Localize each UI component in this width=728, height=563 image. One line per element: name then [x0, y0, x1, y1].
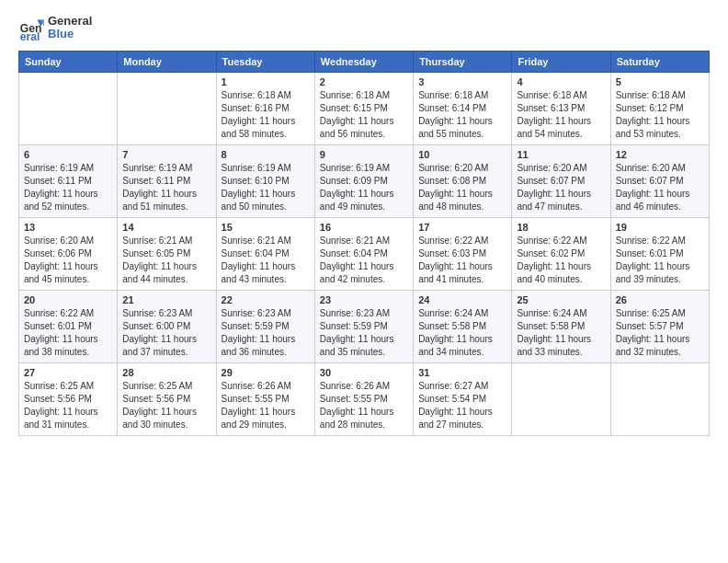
- day-number: 21: [122, 294, 210, 305]
- calendar-cell: 13Sunrise: 6:20 AM Sunset: 6:06 PM Dayli…: [19, 217, 118, 290]
- day-info: Sunrise: 6:20 AM Sunset: 6:07 PM Dayligh…: [616, 162, 704, 213]
- weekday-header-saturday: Saturday: [610, 51, 709, 72]
- calendar-cell: 3Sunrise: 6:18 AM Sunset: 6:14 PM Daylig…: [414, 72, 512, 144]
- day-info: Sunrise: 6:25 AM Sunset: 5:56 PM Dayligh…: [24, 380, 112, 431]
- day-number: 14: [122, 222, 210, 233]
- weekday-header-sunday: Sunday: [19, 51, 118, 72]
- day-number: 11: [517, 149, 605, 160]
- day-number: 23: [320, 294, 408, 305]
- calendar-cell: 6Sunrise: 6:19 AM Sunset: 6:11 PM Daylig…: [19, 144, 118, 217]
- day-number: 17: [418, 222, 506, 233]
- day-info: Sunrise: 6:26 AM Sunset: 5:55 PM Dayligh…: [222, 380, 310, 431]
- day-number: 19: [616, 222, 704, 233]
- day-number: 3: [418, 76, 506, 87]
- calendar-week-0: 1Sunrise: 6:18 AM Sunset: 6:16 PM Daylig…: [19, 72, 710, 144]
- day-info: Sunrise: 6:27 AM Sunset: 5:54 PM Dayligh…: [418, 380, 506, 431]
- calendar-cell: 14Sunrise: 6:21 AM Sunset: 6:05 PM Dayli…: [118, 217, 216, 290]
- weekday-header-monday: Monday: [118, 51, 216, 72]
- day-info: Sunrise: 6:18 AM Sunset: 6:15 PM Dayligh…: [320, 89, 408, 141]
- day-number: 4: [517, 76, 605, 87]
- day-number: 18: [517, 222, 605, 233]
- day-info: Sunrise: 6:20 AM Sunset: 6:06 PM Dayligh…: [24, 235, 112, 286]
- day-info: Sunrise: 6:24 AM Sunset: 5:58 PM Dayligh…: [418, 307, 506, 359]
- svg-text:eral: eral: [20, 30, 40, 40]
- day-number: 16: [320, 222, 408, 233]
- day-info: Sunrise: 6:25 AM Sunset: 5:56 PM Dayligh…: [122, 380, 210, 431]
- logo-general-text: General: [48, 15, 92, 28]
- calendar-cell: 31Sunrise: 6:27 AM Sunset: 5:54 PM Dayli…: [414, 362, 512, 435]
- calendar-cell: 24Sunrise: 6:24 AM Sunset: 5:58 PM Dayli…: [414, 290, 512, 362]
- day-info: Sunrise: 6:18 AM Sunset: 6:14 PM Dayligh…: [418, 89, 506, 141]
- day-info: Sunrise: 6:26 AM Sunset: 5:55 PM Dayligh…: [320, 380, 408, 431]
- calendar-cell: 21Sunrise: 6:23 AM Sunset: 6:00 PM Dayli…: [118, 290, 216, 362]
- day-number: 24: [418, 294, 506, 305]
- day-number: 7: [122, 149, 210, 160]
- calendar-cell: 4Sunrise: 6:18 AM Sunset: 6:13 PM Daylig…: [512, 72, 610, 144]
- weekday-row: SundayMondayTuesdayWednesdayThursdayFrid…: [19, 51, 710, 72]
- calendar-cell: 29Sunrise: 6:26 AM Sunset: 5:55 PM Dayli…: [216, 362, 314, 435]
- calendar-week-4: 27Sunrise: 6:25 AM Sunset: 5:56 PM Dayli…: [19, 362, 710, 435]
- calendar-cell: 23Sunrise: 6:23 AM Sunset: 5:59 PM Dayli…: [314, 290, 413, 362]
- day-info: Sunrise: 6:18 AM Sunset: 6:16 PM Dayligh…: [222, 89, 310, 141]
- calendar-cell: 12Sunrise: 6:20 AM Sunset: 6:07 PM Dayli…: [610, 144, 709, 217]
- calendar-cell: 9Sunrise: 6:19 AM Sunset: 6:09 PM Daylig…: [314, 144, 413, 217]
- calendar-body: 1Sunrise: 6:18 AM Sunset: 6:16 PM Daylig…: [19, 72, 710, 435]
- day-number: 1: [222, 76, 310, 87]
- calendar-cell: 19Sunrise: 6:22 AM Sunset: 6:01 PM Dayli…: [610, 217, 709, 290]
- day-info: Sunrise: 6:25 AM Sunset: 5:57 PM Dayligh…: [616, 307, 704, 359]
- calendar-cell: 20Sunrise: 6:22 AM Sunset: 6:01 PM Dayli…: [19, 290, 118, 362]
- calendar-cell: [610, 362, 709, 435]
- day-info: Sunrise: 6:22 AM Sunset: 6:02 PM Dayligh…: [517, 235, 605, 286]
- calendar-week-2: 13Sunrise: 6:20 AM Sunset: 6:06 PM Dayli…: [19, 217, 710, 290]
- day-number: 13: [24, 222, 112, 233]
- calendar-cell: 2Sunrise: 6:18 AM Sunset: 6:15 PM Daylig…: [314, 72, 413, 144]
- day-info: Sunrise: 6:24 AM Sunset: 5:58 PM Dayligh…: [517, 307, 605, 359]
- day-info: Sunrise: 6:21 AM Sunset: 6:04 PM Dayligh…: [222, 235, 310, 286]
- calendar-cell: 5Sunrise: 6:18 AM Sunset: 6:12 PM Daylig…: [610, 72, 709, 144]
- day-info: Sunrise: 6:23 AM Sunset: 5:59 PM Dayligh…: [320, 307, 408, 359]
- day-number: 20: [24, 294, 112, 305]
- calendar-cell: 18Sunrise: 6:22 AM Sunset: 6:02 PM Dayli…: [512, 217, 610, 290]
- day-number: 25: [517, 294, 605, 305]
- weekday-header-thursday: Thursday: [414, 51, 512, 72]
- weekday-header-wednesday: Wednesday: [314, 51, 413, 72]
- day-info: Sunrise: 6:20 AM Sunset: 6:08 PM Dayligh…: [418, 162, 506, 213]
- calendar-table: SundayMondayTuesdayWednesdayThursdayFrid…: [18, 51, 710, 436]
- calendar-cell: 1Sunrise: 6:18 AM Sunset: 6:16 PM Daylig…: [216, 72, 314, 144]
- day-info: Sunrise: 6:23 AM Sunset: 6:00 PM Dayligh…: [122, 307, 210, 359]
- logo: Gen eral General Blue: [18, 15, 92, 41]
- day-number: 27: [24, 367, 112, 378]
- page-header: Gen eral General Blue: [18, 15, 710, 41]
- day-info: Sunrise: 6:22 AM Sunset: 6:03 PM Dayligh…: [418, 235, 506, 286]
- day-number: 28: [122, 367, 210, 378]
- calendar-cell: 22Sunrise: 6:23 AM Sunset: 5:59 PM Dayli…: [216, 290, 314, 362]
- logo-text: General Blue: [48, 15, 92, 41]
- calendar-cell: [118, 72, 216, 144]
- day-number: 12: [616, 149, 704, 160]
- calendar-cell: 30Sunrise: 6:26 AM Sunset: 5:55 PM Dayli…: [314, 362, 413, 435]
- calendar-week-3: 20Sunrise: 6:22 AM Sunset: 6:01 PM Dayli…: [19, 290, 710, 362]
- day-number: 29: [222, 367, 310, 378]
- calendar-cell: [512, 362, 610, 435]
- calendar-cell: [19, 72, 118, 144]
- calendar-cell: 15Sunrise: 6:21 AM Sunset: 6:04 PM Dayli…: [216, 217, 314, 290]
- calendar-cell: 16Sunrise: 6:21 AM Sunset: 6:04 PM Dayli…: [314, 217, 413, 290]
- calendar-cell: 25Sunrise: 6:24 AM Sunset: 5:58 PM Dayli…: [512, 290, 610, 362]
- calendar-cell: 28Sunrise: 6:25 AM Sunset: 5:56 PM Dayli…: [118, 362, 216, 435]
- day-number: 2: [320, 76, 408, 87]
- day-number: 30: [320, 367, 408, 378]
- day-number: 9: [320, 149, 408, 160]
- day-info: Sunrise: 6:20 AM Sunset: 6:07 PM Dayligh…: [517, 162, 605, 213]
- day-info: Sunrise: 6:19 AM Sunset: 6:10 PM Dayligh…: [222, 162, 310, 213]
- day-info: Sunrise: 6:22 AM Sunset: 6:01 PM Dayligh…: [616, 235, 704, 286]
- day-number: 22: [222, 294, 310, 305]
- logo-blue-text: Blue: [48, 28, 92, 40]
- day-number: 26: [616, 294, 704, 305]
- day-info: Sunrise: 6:22 AM Sunset: 6:01 PM Dayligh…: [24, 307, 112, 359]
- calendar-cell: 11Sunrise: 6:20 AM Sunset: 6:07 PM Dayli…: [512, 144, 610, 217]
- day-info: Sunrise: 6:19 AM Sunset: 6:11 PM Dayligh…: [122, 162, 210, 213]
- calendar-cell: 7Sunrise: 6:19 AM Sunset: 6:11 PM Daylig…: [118, 144, 216, 217]
- day-number: 6: [24, 149, 112, 160]
- day-info: Sunrise: 6:19 AM Sunset: 6:09 PM Dayligh…: [320, 162, 408, 213]
- calendar-cell: 26Sunrise: 6:25 AM Sunset: 5:57 PM Dayli…: [610, 290, 709, 362]
